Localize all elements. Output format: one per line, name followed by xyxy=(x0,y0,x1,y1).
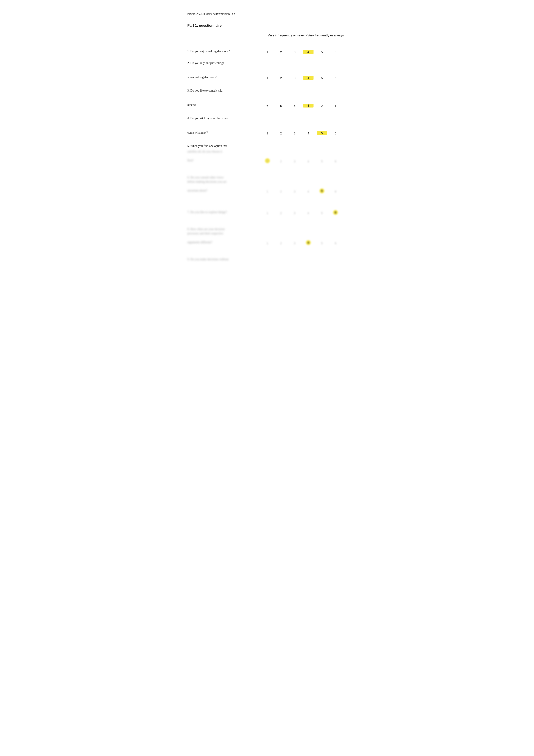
scale-8-5: 5 xyxy=(317,241,327,245)
scale-5-3: 3 xyxy=(290,160,300,163)
question-text-2: when making decisions? xyxy=(187,75,261,80)
scale-header-row: Very infrequently or never - Very freque… xyxy=(187,34,347,37)
scale-8-1: 1 xyxy=(262,241,273,245)
scale-1-6: 6 xyxy=(330,50,341,54)
scale-numbers-4: 1 2 3 4 5 6 xyxy=(261,131,343,135)
question-text-5-line3: first? xyxy=(187,158,261,163)
scale-numbers-5: 1 2 3 4 5 6 xyxy=(261,158,343,163)
scale-5-5: 5 xyxy=(317,160,327,163)
scale-2-3: 3 xyxy=(290,76,300,80)
scale-numbers-8: 1 2 3 4 5 6 xyxy=(261,240,343,245)
scale-3-4-highlighted: 3 xyxy=(303,104,314,108)
scale-4-3: 3 xyxy=(290,132,300,135)
question-text-5-line2: satisfies all, do you choose it xyxy=(187,150,347,153)
question-text-6-line3: uncertain about? xyxy=(187,188,261,193)
question-text-3-line1: 3. Do you like to consult with xyxy=(187,88,347,93)
question-block-8: 8. How often are your decision processes… xyxy=(187,228,347,249)
scale-8-6: 6 xyxy=(330,241,341,245)
scale-6-1: 1 xyxy=(262,190,273,193)
question-row-2: when making decisions? 1 2 3 4 5 6 xyxy=(187,67,347,80)
question-text-5-line1: 5. When you find one option that xyxy=(187,144,347,148)
scale-numbers-1: 1 2 3 4 5 6 xyxy=(261,50,343,54)
question-row-4: come what may? 1 2 3 4 5 6 xyxy=(187,122,347,135)
question-row-8: arguments different? 1 2 3 4 5 6 xyxy=(187,236,347,249)
question-text-6-line1: 6. Do you consult other views xyxy=(187,176,347,179)
scale-3-6: 1 xyxy=(330,104,341,108)
scale-8-2: 2 xyxy=(276,241,286,245)
scale-1-2: 2 xyxy=(276,50,286,54)
scale-4-2: 2 xyxy=(276,132,286,135)
scale-7-4: 4 xyxy=(303,211,314,215)
question-text-9: 9. Do you make decisions without xyxy=(187,258,347,261)
scale-4-4: 4 xyxy=(303,132,314,135)
question-text-4-line1: 4. Do you stick by your decisions xyxy=(187,116,347,121)
scale-7-6-highlighted: 6 xyxy=(330,210,341,215)
scale-8-4-highlighted: 4 xyxy=(303,240,314,245)
scale-7-2: 2 xyxy=(276,211,286,215)
part-title: Part 1: questionnaire xyxy=(187,24,347,28)
question-text-2-line1: 2. Do you rely on 'gut feelings' xyxy=(187,61,347,66)
scale-4-5-highlighted: 5 xyxy=(317,131,327,135)
scale-2-2: 2 xyxy=(276,76,286,80)
scale-1-3: 3 xyxy=(290,50,300,54)
scale-1-4-highlighted: 4 xyxy=(303,50,314,54)
question-text-1: 1. Do you enjoy making decisions? xyxy=(187,49,261,54)
question-block-4: 4. Do you stick by your decisions come w… xyxy=(187,116,347,135)
scale-numbers-6: 1 2 3 4 5 6 xyxy=(261,189,343,193)
scale-4-6: 6 xyxy=(330,132,341,135)
question-row-7: 7. Do you like to explore things? 1 2 3 … xyxy=(187,206,347,219)
question-text-8-line2: processes and their respective xyxy=(187,232,347,235)
scale-6-2: 2 xyxy=(276,190,286,193)
scale-8-3: 3 xyxy=(290,241,300,245)
question-row-5: first? 1 2 3 4 5 6 xyxy=(187,154,347,167)
scale-7-5: 5 xyxy=(317,211,327,215)
question-text-4: come what may? xyxy=(187,130,261,135)
question-block-9: 9. Do you make decisions without xyxy=(187,258,347,261)
scale-2-4-highlighted: 4 xyxy=(303,76,314,80)
scale-7-3: 3 xyxy=(290,211,300,215)
scale-3-2: 5 xyxy=(276,104,286,108)
scale-1-5: 5 xyxy=(317,50,327,54)
scale-6-3: 3 xyxy=(290,190,300,193)
scale-numbers-2: 1 2 3 4 5 6 xyxy=(261,76,343,80)
question-block-7: 7. Do you like to explore things? 1 2 3 … xyxy=(187,206,347,219)
question-block-5: 5. When you find one option that satisfi… xyxy=(187,144,347,167)
question-block-6: 6. Do you consult other views before mak… xyxy=(187,176,347,197)
scale-5-4: 4 xyxy=(303,160,314,163)
question-row-1: 1. Do you enjoy making decisions? 1 2 3 … xyxy=(187,41,347,54)
scale-5-1: 1 xyxy=(262,158,273,163)
scale-2-1: 1 xyxy=(262,76,273,80)
question-block-2: 2. Do you rely on 'gut feelings' when ma… xyxy=(187,61,347,80)
scale-6-6: 6 xyxy=(330,190,341,193)
question-text-3: others? xyxy=(187,102,261,107)
scale-5-6: 6 xyxy=(330,160,341,163)
question-text-6-line2: before making decisions you are xyxy=(187,180,347,183)
scale-3-3: 4 xyxy=(290,104,300,108)
scale-4-1: 1 xyxy=(262,132,273,135)
question-text-8-line3: arguments different? xyxy=(187,240,261,245)
question-text-8-line1: 8. How often are your decision xyxy=(187,228,347,231)
scale-6-4: 4 xyxy=(303,190,314,193)
scale-6-5-highlighted: 5 xyxy=(317,189,327,193)
question-row-6: uncertain about? 1 2 3 4 5 6 xyxy=(187,184,347,197)
page-header: DECISION-MAKING QUESTIONNAIRE xyxy=(187,13,347,16)
scale-2-6: 6 xyxy=(330,76,341,80)
scale-numbers-7: 1 2 3 4 5 6 xyxy=(261,210,343,215)
scale-2-5: 5 xyxy=(317,76,327,80)
scale-3-1: 6 xyxy=(262,104,273,108)
scale-1-1: 1 xyxy=(262,50,273,54)
scale-3-5: 2 xyxy=(317,104,327,108)
question-row-3: others? 6 5 4 3 2 1 xyxy=(187,94,347,108)
scale-7-1: 1 xyxy=(262,211,273,215)
question-text-7: 7. Do you like to explore things? xyxy=(187,210,261,215)
question-block-3: 3. Do you like to consult with others? 6… xyxy=(187,88,347,107)
scale-numbers-3: 6 5 4 3 2 1 xyxy=(261,104,343,108)
scale-5-2: 2 xyxy=(276,160,286,163)
